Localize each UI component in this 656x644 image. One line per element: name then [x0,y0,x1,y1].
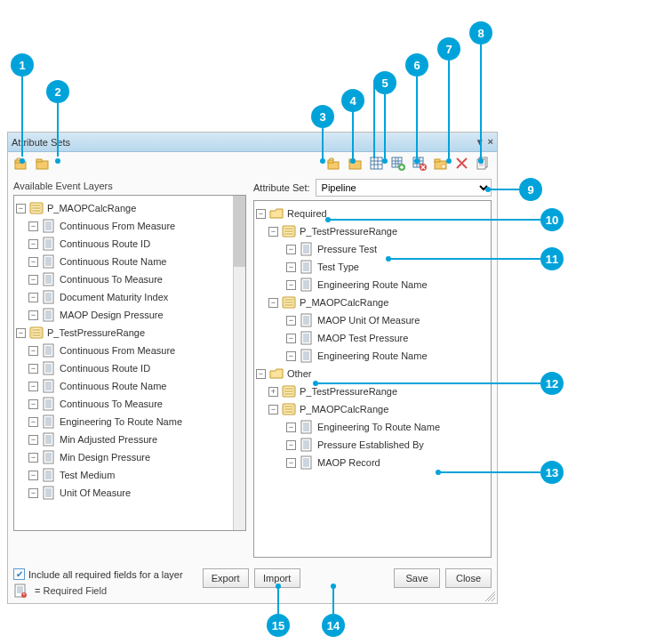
collapse-all-right-button[interactable] [348,156,364,172]
tree-leaf[interactable]: − Continuous Route Name [16,253,244,270]
tree-leaf[interactable]: − Continuous From Measure [16,342,244,359]
tree-leaf[interactable]: − Continuous Route Name [16,377,244,395]
tree-leaf[interactable]: − Pressure Established By [256,436,489,454]
callout-2: 2 [46,80,69,103]
available-layers-tree[interactable]: − P_MAOPCalcRange − Continuous From Meas… [13,195,246,531]
collapse-toggle[interactable]: − [28,239,38,249]
expand-toggle[interactable]: + [268,387,278,397]
collapse-toggle[interactable]: − [286,423,296,432]
field-icon [42,308,56,322]
field-icon [300,278,314,292]
attribute-set-label: Attribute Set: [253,182,310,193]
field-icon [42,343,56,358]
collapse-toggle[interactable]: − [28,399,38,409]
tree-leaf[interactable]: − Unit Of Measure [16,484,244,502]
tree-leaf[interactable]: − MAOP Test Pressure [256,329,489,347]
add-to-set-button[interactable] [390,156,406,172]
tree-leaf[interactable]: − Engineering Route Name [256,347,489,365]
collapse-toggle[interactable]: − [28,382,38,391]
tree-leaf[interactable]: − Min Design Pressure [16,448,244,466]
field-icon [300,420,314,434]
collapse-toggle[interactable]: − [286,334,296,343]
tree-leaf[interactable]: − Continuous Route ID [16,359,244,377]
remove-from-set-button[interactable] [412,156,428,172]
tree-leaf[interactable]: − Pressure Test [256,240,489,258]
collapse-toggle[interactable]: − [28,221,38,231]
copy-set-button[interactable] [476,156,492,172]
collapse-toggle[interactable]: − [268,227,278,237]
callout-leader [373,80,375,158]
collapse-toggle[interactable]: − [286,458,296,468]
collapse-toggle[interactable]: − [28,453,38,463]
tree-leaf[interactable]: − Continuous To Measure [16,395,244,413]
folder-open-icon [269,366,284,381]
collapse-toggle[interactable]: − [28,346,38,356]
tree-leaf[interactable]: − Continuous Route ID [16,235,244,253]
collapse-toggle[interactable]: − [286,440,296,450]
tree-leaf[interactable]: − MAOP Unit Of Measure [256,311,489,329]
field-icon [42,361,56,375]
tree-leaf[interactable]: − Engineering To Route Name [16,413,244,431]
expand-all-right-button[interactable] [326,156,342,172]
attribute-sets-dialog: Attribute Sets ▾ × Available Event Layer… [7,132,498,604]
collapse-toggle[interactable]: − [28,471,38,480]
field-icon [300,242,314,256]
field-icon [42,290,56,304]
field-icon [42,379,56,393]
collapse-toggle[interactable]: − [286,262,296,272]
tree-leaf[interactable]: − Engineering To Route Name [256,418,489,436]
callout-leader [57,103,59,157]
collapse-toggle[interactable]: − [28,293,38,302]
close-icon[interactable]: × [488,136,493,148]
collapse-toggle[interactable]: − [286,351,296,361]
titlebar[interactable]: Attribute Sets ▾ × [8,133,497,152]
tree-leaf[interactable]: − Document Maturity Index [16,288,244,306]
collapse-toggle[interactable]: − [16,204,26,213]
scrollbar[interactable] [233,196,245,530]
collapse-toggle[interactable]: − [28,364,38,374]
close-button[interactable]: Close [445,568,492,588]
collapse-toggle[interactable]: − [268,298,278,308]
collapse-toggle[interactable]: − [28,488,38,498]
delete-button[interactable] [454,156,470,172]
attribute-set-select[interactable]: Pipeline [316,179,492,197]
collapse-toggle[interactable]: − [28,275,38,285]
attribute-set-tree[interactable]: − Required − P_TestPressureRange − Press… [253,200,492,558]
collapse-toggle[interactable]: − [286,245,296,254]
tree-leaf[interactable]: − Test Type [256,258,489,276]
collapse-toggle[interactable]: − [286,316,296,326]
layer-icon [29,201,44,215]
tree-leaf[interactable]: − Engineering Route Name [256,276,489,294]
collapse-toggle[interactable]: − [286,280,296,290]
tree-leaf[interactable]: − Min Adjusted Pressure [16,431,244,448]
tree-leaf[interactable]: − MAOP Design Pressure [16,306,244,324]
collapse-toggle[interactable]: − [28,257,38,267]
collapse-toggle[interactable]: − [28,435,38,445]
collapse-toggle[interactable]: − [256,209,266,219]
export-button[interactable]: Export [203,568,249,588]
collapse-toggle[interactable]: − [268,405,278,415]
tree-group[interactable]: − P_MAOPCalcRange [256,400,489,418]
tree-group[interactable]: − P_MAOPCalcRange [256,294,489,311]
tree-group[interactable]: + P_TestPressureRange [256,382,489,400]
collapse-toggle[interactable]: − [256,369,266,379]
field-icon [42,237,56,251]
collapse-toggle[interactable]: − [28,310,38,320]
tree-leaf[interactable]: − MAOP Record [256,454,489,471]
tree-leaf[interactable]: − Continuous From Measure [16,217,244,235]
tree-group[interactable]: − P_TestPressureRange [16,324,244,342]
collapse-toggle[interactable]: − [28,417,38,427]
available-layers-label: Available Event Layers [13,181,246,191]
resize-grip[interactable] [484,591,495,601]
tree-group[interactable]: − P_MAOPCalcRange [16,199,244,217]
collapse-toggle[interactable]: − [16,328,26,338]
include-required-checkbox[interactable]: ✔ [13,568,25,580]
callout-11: 11 [540,247,564,270]
collapse-all-left-button[interactable] [35,156,51,172]
tree-group[interactable]: − P_TestPressureRange [256,222,489,240]
save-button[interactable]: Save [394,568,440,588]
tree-folder-other[interactable]: − Other [256,365,489,382]
required-field-icon [13,584,28,598]
tree-leaf[interactable]: − Test Medium [16,466,244,484]
tree-leaf[interactable]: − Continuous To Measure [16,270,244,288]
